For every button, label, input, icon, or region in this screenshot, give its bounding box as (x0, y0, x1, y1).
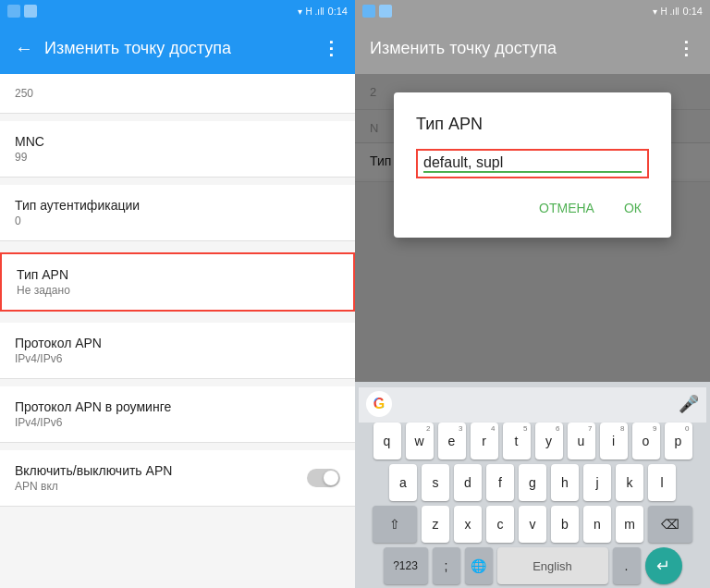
right-wifi-icon: ▾ (653, 6, 657, 17)
key-e[interactable]: e3 (438, 423, 466, 459)
key-v[interactable]: v (519, 506, 546, 543)
key-i[interactable]: i8 (600, 423, 628, 459)
key-h[interactable]: h (551, 464, 579, 501)
key-b[interactable]: b (551, 506, 579, 543)
key-m[interactable]: m (616, 506, 643, 543)
right-time-display: 0:14 (683, 6, 703, 17)
globe-key[interactable]: 🌐 (465, 547, 493, 584)
right-toolbar-title: Изменить точку доступа (370, 39, 666, 58)
divider-2 (0, 178, 355, 185)
numbers-key[interactable]: ?123 (384, 547, 428, 584)
left-content: 250 MNC 99 Тип аутентификации 0 Тип APN … (0, 74, 355, 588)
shift-key[interactable]: ⇧ (373, 506, 417, 543)
status-icons: ▾ H .ıll 0:14 (298, 6, 348, 17)
apn-type-dialog: Тип APN ОТМЕНА ОК (394, 92, 671, 238)
mnc-value: 99 (15, 151, 340, 164)
divider-5 (0, 379, 355, 386)
auth-item[interactable]: Тип аутентификации 0 (0, 185, 355, 241)
more-button-right[interactable]: ⋮ (677, 37, 695, 59)
cancel-button[interactable]: ОТМЕНА (532, 193, 602, 223)
apn-type-label: Тип APN (17, 267, 338, 282)
apn-type-value: Не задано (17, 284, 338, 297)
apn-roaming-value: IPv4/IPv6 (15, 416, 340, 429)
mic-icon[interactable]: 🎤 (679, 394, 699, 414)
counter-item[interactable]: 250 (0, 74, 355, 114)
ok-button[interactable]: ОК (617, 193, 649, 223)
google-icon[interactable]: G (366, 391, 392, 417)
key-z[interactable]: z (422, 506, 449, 543)
divider-1 (0, 114, 355, 121)
key-g[interactable]: g (519, 464, 546, 501)
comma-key[interactable]: ; (433, 547, 460, 584)
key-a[interactable]: a (389, 464, 417, 501)
key-w[interactable]: w2 (406, 423, 434, 459)
left-toolbar-title: Изменить точку доступа (44, 39, 311, 58)
key-c[interactable]: c (486, 506, 514, 543)
apn-toggle-item[interactable]: Включить/выключить APN APN вкл (0, 450, 355, 507)
divider-4 (0, 315, 355, 323)
dialog-overlay: Тип APN ОТМЕНА ОК (355, 74, 710, 382)
right-status-bar: ▾ H .ıll 0:14 (355, 0, 710, 22)
left-status-bar: ▾ H .ıll 0:14 (0, 0, 355, 22)
mnc-item[interactable]: MNC 99 (0, 121, 355, 178)
key-q[interactable]: q (373, 423, 401, 459)
period-key[interactable]: . (613, 547, 641, 584)
right-signal-icon: H .ıll (661, 6, 679, 17)
apn-roaming-item[interactable]: Протокол APN в роуминге IPv4/IPv6 (0, 386, 355, 443)
keyboard-bottom-row: ?123 ; 🌐 English . ↵ (359, 547, 706, 584)
more-button-left[interactable]: ⋮ (322, 37, 340, 59)
key-k[interactable]: k (616, 464, 643, 501)
keyboard-top-bar: G 🎤 (359, 387, 706, 423)
right-image-icon (379, 5, 392, 18)
key-l[interactable]: l (648, 464, 676, 501)
apn-protocol-item[interactable]: Протокол APN IPv4/IPv6 (0, 323, 355, 379)
dialog-input-wrapper (416, 149, 649, 178)
signal-icon: H .ıll (306, 6, 324, 17)
photo-icon (7, 5, 20, 18)
key-r[interactable]: r4 (471, 423, 498, 459)
key-y[interactable]: y6 (535, 423, 563, 459)
key-f[interactable]: f (486, 464, 514, 501)
key-d[interactable]: d (454, 464, 482, 501)
keyboard-row-2: a s d f g h j k l (359, 464, 706, 501)
key-p[interactable]: p0 (665, 423, 692, 459)
dialog-actions: ОТМЕНА ОК (416, 186, 649, 230)
right-notification-icons (362, 5, 647, 18)
apn-type-input[interactable] (423, 154, 642, 173)
apn-roaming-label: Протокол APN в роуминге (15, 399, 340, 414)
auth-label: Тип аутентификации (15, 198, 340, 213)
time-display: 0:14 (328, 6, 348, 17)
backspace-key[interactable]: ⌫ (648, 506, 692, 543)
space-key[interactable]: English (497, 547, 608, 584)
counter-value: 250 (15, 87, 340, 100)
key-x[interactable]: x (454, 506, 482, 543)
keyboard: G 🎤 q w2 e3 r4 t5 y6 u7 i8 o9 p0 a s d f… (355, 382, 710, 588)
back-button[interactable]: ← (15, 38, 33, 59)
left-panel: ▾ H .ıll 0:14 ← Изменить точку доступа ⋮… (0, 0, 355, 588)
apn-toggle-label: Включить/выключить APN (15, 463, 172, 478)
apn-protocol-label: Протокол APN (15, 336, 340, 350)
left-toolbar: ← Изменить точку доступа ⋮ (0, 22, 355, 74)
key-j[interactable]: j (583, 464, 611, 501)
auth-value: 0 (15, 214, 340, 227)
enter-key[interactable]: ↵ (645, 547, 682, 584)
right-photo-icon (362, 5, 375, 18)
keyboard-row-3: ⇧ z x c v b n m ⌫ (359, 506, 706, 543)
key-o[interactable]: o9 (632, 423, 660, 459)
apn-toggle-sublabel: APN вкл (15, 480, 172, 493)
divider-3 (0, 241, 355, 249)
key-t[interactable]: t5 (503, 423, 531, 459)
wifi-icon: ▾ (298, 6, 302, 17)
key-s[interactable]: s (422, 464, 449, 501)
right-status-icons: ▾ H .ıll 0:14 (653, 6, 703, 17)
right-toolbar: Изменить точку доступа ⋮ (355, 22, 710, 74)
right-content: 2 N 9 Тип APN ОТМЕНА ОК Тип APN (355, 74, 710, 382)
apn-type-item[interactable]: Тип APN Не задано (0, 252, 355, 312)
key-u[interactable]: u7 (568, 423, 595, 459)
key-n[interactable]: n (583, 506, 611, 543)
divider-6 (0, 443, 355, 450)
mnc-label: MNC (15, 134, 340, 149)
image-icon (24, 5, 37, 18)
apn-toggle-switch[interactable] (307, 469, 340, 487)
keyboard-row-1: q w2 e3 r4 t5 y6 u7 i8 o9 p0 (359, 423, 706, 459)
